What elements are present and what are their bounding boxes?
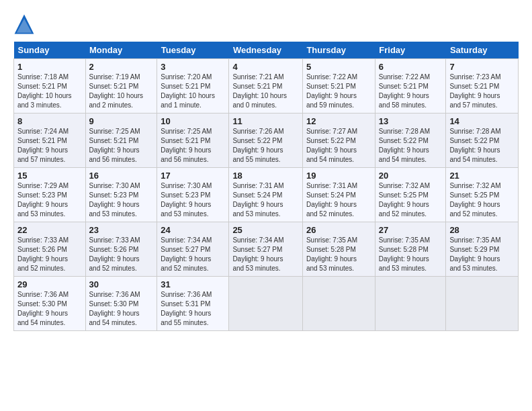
day-info: Sunrise: 7:18 AM Sunset: 5:21 PM Dayligh… (17, 73, 72, 109)
calendar-cell: 24Sunrise: 7:34 AM Sunset: 5:27 PM Dayli… (157, 222, 229, 277)
calendar-cell: 8Sunrise: 7:24 AM Sunset: 5:21 PM Daylig… (14, 113, 86, 168)
day-number: 5 (306, 62, 371, 72)
day-number: 16 (89, 171, 154, 181)
day-info: Sunrise: 7:35 AM Sunset: 5:28 PM Dayligh… (379, 236, 430, 272)
calendar-cell: 17Sunrise: 7:30 AM Sunset: 5:23 PM Dayli… (157, 168, 229, 222)
day-number: 25 (232, 225, 299, 235)
day-info: Sunrise: 7:24 AM Sunset: 5:21 PM Dayligh… (17, 128, 69, 163)
calendar-cell: 7Sunrise: 7:23 AM Sunset: 5:21 PM Daylig… (446, 59, 519, 113)
day-number: 6 (379, 62, 443, 72)
day-number: 1 (17, 62, 82, 72)
day-info: Sunrise: 7:26 AM Sunset: 5:22 PM Dayligh… (232, 128, 283, 163)
calendar-cell: 13Sunrise: 7:28 AM Sunset: 5:22 PM Dayli… (375, 113, 446, 168)
day-number: 24 (161, 225, 225, 235)
day-number: 10 (161, 116, 225, 126)
day-info: Sunrise: 7:25 AM Sunset: 5:21 PM Dayligh… (161, 128, 212, 163)
day-info: Sunrise: 7:27 AM Sunset: 5:22 PM Dayligh… (306, 128, 357, 163)
day-info: Sunrise: 7:33 AM Sunset: 5:26 PM Dayligh… (17, 236, 69, 272)
day-info: Sunrise: 7:33 AM Sunset: 5:26 PM Dayligh… (89, 236, 140, 272)
calendar-cell: 15Sunrise: 7:29 AM Sunset: 5:23 PM Dayli… (14, 168, 86, 222)
col-header-thursday: Thursday (302, 42, 375, 59)
day-info: Sunrise: 7:36 AM Sunset: 5:30 PM Dayligh… (89, 291, 140, 326)
day-info: Sunrise: 7:30 AM Sunset: 5:23 PM Dayligh… (89, 182, 140, 218)
calendar-cell: 23Sunrise: 7:33 AM Sunset: 5:26 PM Dayli… (85, 222, 157, 277)
calendar-cell: 31Sunrise: 7:36 AM Sunset: 5:31 PM Dayli… (157, 277, 229, 331)
calendar-cell: 5Sunrise: 7:22 AM Sunset: 5:21 PM Daylig… (302, 59, 375, 113)
col-header-tuesday: Tuesday (157, 42, 229, 59)
day-number: 14 (449, 116, 515, 126)
calendar-cell (446, 277, 519, 331)
day-number: 9 (89, 116, 154, 126)
calendar-cell: 30Sunrise: 7:36 AM Sunset: 5:30 PM Dayli… (85, 277, 157, 331)
day-info: Sunrise: 7:22 AM Sunset: 5:21 PM Dayligh… (306, 73, 357, 109)
day-info: Sunrise: 7:19 AM Sunset: 5:21 PM Dayligh… (89, 73, 144, 109)
day-number: 15 (17, 171, 82, 181)
day-number: 13 (379, 116, 443, 126)
day-info: Sunrise: 7:32 AM Sunset: 5:25 PM Dayligh… (449, 182, 500, 218)
day-number: 11 (232, 116, 299, 126)
day-number: 21 (449, 171, 515, 181)
calendar-cell: 29Sunrise: 7:36 AM Sunset: 5:30 PM Dayli… (14, 277, 86, 331)
day-info: Sunrise: 7:20 AM Sunset: 5:21 PM Dayligh… (161, 73, 215, 109)
week-row: 15Sunrise: 7:29 AM Sunset: 5:23 PM Dayli… (14, 168, 519, 222)
day-number: 30 (89, 279, 154, 289)
day-number: 31 (161, 279, 225, 289)
day-number: 12 (306, 116, 371, 126)
day-number: 28 (449, 225, 515, 235)
day-number: 3 (161, 62, 225, 72)
day-number: 23 (89, 225, 154, 235)
calendar-cell: 20Sunrise: 7:32 AM Sunset: 5:25 PM Dayli… (375, 168, 446, 222)
day-number: 22 (17, 225, 82, 235)
day-number: 7 (449, 62, 515, 72)
column-headers: SundayMondayTuesdayWednesdayThursdayFrid… (14, 42, 519, 59)
day-number: 26 (306, 225, 371, 235)
day-info: Sunrise: 7:30 AM Sunset: 5:23 PM Dayligh… (161, 182, 212, 218)
col-header-wednesday: Wednesday (229, 42, 303, 59)
calendar-cell: 26Sunrise: 7:35 AM Sunset: 5:28 PM Dayli… (302, 222, 375, 277)
calendar-cell (375, 277, 446, 331)
day-info: Sunrise: 7:35 AM Sunset: 5:29 PM Dayligh… (449, 236, 500, 272)
calendar-cell: 18Sunrise: 7:31 AM Sunset: 5:24 PM Dayli… (229, 168, 303, 222)
day-number: 17 (161, 171, 225, 181)
calendar-cell: 22Sunrise: 7:33 AM Sunset: 5:26 PM Dayli… (14, 222, 86, 277)
calendar-cell: 1Sunrise: 7:18 AM Sunset: 5:21 PM Daylig… (14, 59, 86, 113)
day-number: 27 (379, 225, 443, 235)
week-row: 22Sunrise: 7:33 AM Sunset: 5:26 PM Dayli… (14, 222, 519, 277)
week-row: 29Sunrise: 7:36 AM Sunset: 5:30 PM Dayli… (14, 277, 519, 331)
week-row: 8Sunrise: 7:24 AM Sunset: 5:21 PM Daylig… (14, 113, 519, 168)
calendar-cell: 9Sunrise: 7:25 AM Sunset: 5:21 PM Daylig… (85, 113, 157, 168)
calendar-cell: 27Sunrise: 7:35 AM Sunset: 5:28 PM Dayli… (375, 222, 446, 277)
day-info: Sunrise: 7:22 AM Sunset: 5:21 PM Dayligh… (379, 73, 430, 109)
day-info: Sunrise: 7:36 AM Sunset: 5:30 PM Dayligh… (17, 291, 69, 326)
calendar-cell: 16Sunrise: 7:30 AM Sunset: 5:23 PM Dayli… (85, 168, 157, 222)
header (13, 11, 519, 35)
day-number: 4 (232, 62, 299, 72)
day-info: Sunrise: 7:31 AM Sunset: 5:24 PM Dayligh… (232, 182, 283, 218)
calendar-cell: 10Sunrise: 7:25 AM Sunset: 5:21 PM Dayli… (157, 113, 229, 168)
day-info: Sunrise: 7:21 AM Sunset: 5:21 PM Dayligh… (232, 73, 287, 109)
day-info: Sunrise: 7:34 AM Sunset: 5:27 PM Dayligh… (232, 236, 283, 272)
calendar-cell: 19Sunrise: 7:31 AM Sunset: 5:24 PM Dayli… (302, 168, 375, 222)
calendar-table: SundayMondayTuesdayWednesdayThursdayFrid… (13, 42, 519, 331)
day-number: 18 (232, 171, 299, 181)
col-header-saturday: Saturday (446, 42, 519, 59)
day-number: 19 (306, 171, 371, 181)
col-header-sunday: Sunday (14, 42, 86, 59)
calendar-cell: 21Sunrise: 7:32 AM Sunset: 5:25 PM Dayli… (446, 168, 519, 222)
day-info: Sunrise: 7:23 AM Sunset: 5:21 PM Dayligh… (449, 73, 500, 109)
col-header-friday: Friday (375, 42, 446, 59)
col-header-monday: Monday (85, 42, 157, 59)
calendar-cell: 12Sunrise: 7:27 AM Sunset: 5:22 PM Dayli… (302, 113, 375, 168)
calendar-cell: 28Sunrise: 7:35 AM Sunset: 5:29 PM Dayli… (446, 222, 519, 277)
calendar-cell: 25Sunrise: 7:34 AM Sunset: 5:27 PM Dayli… (229, 222, 303, 277)
calendar-cell (302, 277, 375, 331)
day-info: Sunrise: 7:25 AM Sunset: 5:21 PM Dayligh… (89, 128, 140, 163)
logo-icon (13, 13, 35, 35)
calendar-cell: 11Sunrise: 7:26 AM Sunset: 5:22 PM Dayli… (229, 113, 303, 168)
day-number: 8 (17, 116, 82, 126)
calendar-cell (229, 277, 303, 331)
day-info: Sunrise: 7:36 AM Sunset: 5:31 PM Dayligh… (161, 291, 212, 326)
day-info: Sunrise: 7:31 AM Sunset: 5:24 PM Dayligh… (306, 182, 357, 218)
day-info: Sunrise: 7:28 AM Sunset: 5:22 PM Dayligh… (449, 128, 500, 163)
day-info: Sunrise: 7:28 AM Sunset: 5:22 PM Dayligh… (379, 128, 430, 163)
